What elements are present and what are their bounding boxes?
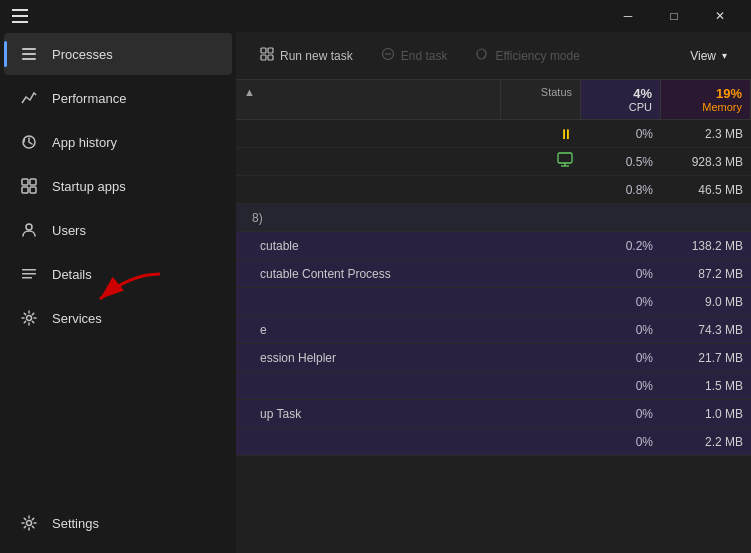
sidebar-label-app-history: App history xyxy=(52,135,117,150)
run-new-task-label: Run new task xyxy=(280,49,353,63)
cell-cpu: 0% xyxy=(581,375,661,397)
cell-name xyxy=(236,186,501,194)
sidebar-item-startup-apps[interactable]: Startup apps xyxy=(4,165,232,207)
cell-cpu: 0% xyxy=(581,291,661,313)
cell-memory: 2.2 MB xyxy=(661,431,751,453)
close-button[interactable]: ✕ xyxy=(697,0,743,32)
col-header-memory: 19% Memory xyxy=(661,80,751,119)
cell-status xyxy=(501,326,581,334)
cell-status xyxy=(501,214,581,222)
sidebar-label-services: Services xyxy=(52,311,102,326)
cpu-label: CPU xyxy=(589,101,652,113)
cell-status xyxy=(501,382,581,390)
svg-rect-0 xyxy=(22,48,36,50)
sidebar-label-settings: Settings xyxy=(52,516,99,531)
efficiency-mode-label: Efficiency mode xyxy=(495,49,580,63)
cell-memory: 21.7 MB xyxy=(661,347,751,369)
svg-rect-1 xyxy=(22,53,36,55)
sidebar-nav: Processes Performance xyxy=(0,32,236,340)
sidebar-label-users: Users xyxy=(52,223,86,238)
svg-rect-15 xyxy=(261,48,266,53)
svg-rect-7 xyxy=(30,187,36,193)
sidebar-item-settings[interactable]: Settings xyxy=(4,502,232,544)
cell-name xyxy=(236,158,501,166)
svg-rect-2 xyxy=(22,58,36,60)
cell-cpu xyxy=(581,214,661,222)
status-label: Status xyxy=(541,86,572,98)
sidebar-item-app-history[interactable]: App history xyxy=(4,121,232,163)
table-row[interactable]: 0% 1.5 MB xyxy=(236,372,751,400)
sidebar-item-performance[interactable]: Performance xyxy=(4,77,232,119)
cell-name: cutable Content Process xyxy=(236,263,501,285)
cell-name xyxy=(236,382,501,390)
end-task-button[interactable]: End task xyxy=(369,41,460,70)
cell-name xyxy=(236,130,501,138)
cell-status xyxy=(501,242,581,250)
end-task-icon xyxy=(381,47,395,64)
cell-name: cutable xyxy=(236,235,501,257)
cell-status xyxy=(501,270,581,278)
cell-cpu: 0% xyxy=(581,403,661,425)
cell-name: ession Helpler xyxy=(236,347,501,369)
cell-cpu: 0.2% xyxy=(581,235,661,257)
cpu-pct: 4% xyxy=(589,86,652,101)
cell-memory: 1.5 MB xyxy=(661,375,751,397)
svg-rect-9 xyxy=(22,269,36,271)
col-header-name: ▲ xyxy=(236,80,501,119)
efficiency-mode-button[interactable]: Efficiency mode xyxy=(463,41,592,70)
title-bar-controls: ─ □ ✕ xyxy=(605,0,743,32)
table-row[interactable]: 0.5% 928.3 MB xyxy=(236,148,751,176)
minimize-button[interactable]: ─ xyxy=(605,0,651,32)
sidebar-label-startup-apps: Startup apps xyxy=(52,179,126,194)
view-button[interactable]: View ▾ xyxy=(678,43,739,69)
cell-memory: 87.2 MB xyxy=(661,263,751,285)
sidebar-item-processes[interactable]: Processes xyxy=(4,33,232,75)
cell-status xyxy=(501,186,581,194)
performance-icon xyxy=(20,89,38,107)
table-row[interactable]: 0% 2.2 MB xyxy=(236,428,751,456)
cell-memory: 138.2 MB xyxy=(661,235,751,257)
cell-cpu: 0% xyxy=(581,123,661,145)
svg-rect-11 xyxy=(22,277,32,279)
cell-name xyxy=(236,298,501,306)
cell-memory: 74.3 MB xyxy=(661,319,751,341)
collapse-icon[interactable]: ▲ xyxy=(244,86,255,98)
cell-status xyxy=(501,148,581,175)
app-history-icon xyxy=(20,133,38,151)
title-bar-left xyxy=(12,9,28,23)
svg-rect-6 xyxy=(22,187,28,193)
table-row[interactable]: up Task 0% 1.0 MB xyxy=(236,400,751,428)
cell-memory: 9.0 MB xyxy=(661,291,751,313)
maximize-button[interactable]: □ xyxy=(651,0,697,32)
sidebar-item-users[interactable]: Users xyxy=(4,209,232,251)
cell-cpu: 0% xyxy=(581,431,661,453)
hamburger-icon[interactable] xyxy=(12,9,28,23)
table-row[interactable]: cutable 0.2% 138.2 MB xyxy=(236,232,751,260)
table-row[interactable]: e 0% 74.3 MB xyxy=(236,316,751,344)
cell-cpu: 0% xyxy=(581,263,661,285)
table-header: ▲ Status 4% CPU 19% Memory xyxy=(236,80,751,120)
sidebar-item-details[interactable]: Details xyxy=(4,253,232,295)
table-row[interactable]: ⏸ 0% 2.3 MB xyxy=(236,120,751,148)
table-row[interactable]: cutable Content Process 0% 87.2 MB xyxy=(236,260,751,288)
sidebar-bottom: Settings xyxy=(0,501,236,553)
title-bar: ─ □ ✕ xyxy=(0,0,751,32)
table-row[interactable]: 0% 9.0 MB xyxy=(236,288,751,316)
memory-label: Memory xyxy=(669,101,742,113)
sidebar: Processes Performance xyxy=(0,32,236,553)
cell-status: ⏸ xyxy=(501,122,581,146)
table-area[interactable]: ▲ Status 4% CPU 19% Memory ⏸ xyxy=(236,80,751,553)
services-icon xyxy=(20,309,38,327)
sidebar-item-services[interactable]: Services xyxy=(4,297,232,339)
cell-cpu: 0.8% xyxy=(581,179,661,201)
table-row[interactable]: 0.8% 46.5 MB xyxy=(236,176,751,204)
run-new-task-button[interactable]: Run new task xyxy=(248,41,365,70)
svg-rect-17 xyxy=(261,55,266,60)
table-row[interactable]: 8) xyxy=(236,204,751,232)
svg-rect-16 xyxy=(268,48,273,53)
end-task-label: End task xyxy=(401,49,448,63)
cell-cpu: 0% xyxy=(581,319,661,341)
settings-icon xyxy=(20,514,38,532)
table-row[interactable]: ession Helpler 0% 21.7 MB xyxy=(236,344,751,372)
view-label: View xyxy=(690,49,716,63)
